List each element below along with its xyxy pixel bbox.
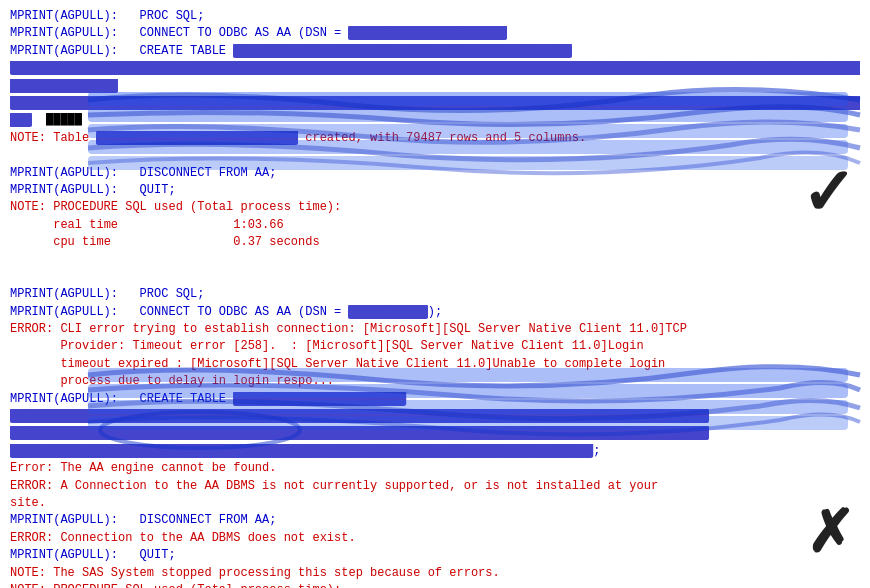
log-line-2: MPRINT(AGPULL): CONNECT TO ODBC AS AA (D… bbox=[10, 25, 860, 42]
log-line-32: NOTE: PROCEDURE SQL used (Total process … bbox=[10, 582, 860, 588]
log-line-21: MPRINT(AGPULL): CREATE TABLE ███████████… bbox=[10, 391, 860, 408]
log-line-31: NOTE: The SAS System stopped processing … bbox=[10, 565, 860, 582]
log-line-1: MPRINT(AGPULL): PROC SQL; bbox=[10, 8, 860, 25]
log-line-7 bbox=[10, 147, 860, 164]
log-line-27: site. bbox=[10, 495, 860, 512]
log-line-16: MPRINT(AGPULL): CONNECT TO ODBC AS AA (D… bbox=[10, 304, 860, 321]
log-line-13 bbox=[10, 251, 860, 268]
log-line-15: MPRINT(AGPULL): PROC SQL; bbox=[10, 286, 860, 303]
log-line-5: ████████████████████████████████████████… bbox=[10, 95, 860, 130]
log-line-3: MPRINT(AGPULL): CREATE TABLE ███████████… bbox=[10, 43, 860, 60]
log-line-30: MPRINT(AGPULL): QUIT; bbox=[10, 547, 860, 564]
log-area: MPRINT(AGPULL): PROC SQL; MPRINT(AGPULL)… bbox=[0, 0, 870, 588]
log-line-24: ████████████████████████████████████████… bbox=[10, 443, 860, 460]
log-line-18: Provider: Timeout error [258]. : [Micros… bbox=[10, 338, 860, 355]
log-line-6: NOTE: Table ████████████████████████████… bbox=[10, 130, 860, 147]
log-line-26: ERROR: A Connection to the AA DBMS is no… bbox=[10, 478, 860, 495]
log-line-19: timeout expired : [Microsoft][SQL Server… bbox=[10, 356, 860, 373]
log-line-29: ERROR: Connection to the AA DBMS does no… bbox=[10, 530, 860, 547]
log-line-10: NOTE: PROCEDURE SQL used (Total process … bbox=[10, 199, 860, 216]
log-line-9: MPRINT(AGPULL): QUIT; bbox=[10, 182, 860, 199]
log-line-28: MPRINT(AGPULL): DISCONNECT FROM AA; bbox=[10, 512, 860, 529]
log-line-8: MPRINT(AGPULL): DISCONNECT FROM AA; bbox=[10, 165, 860, 182]
log-line-22: ████████████████████████████████████████… bbox=[10, 408, 860, 425]
log-line-25: Error: The AA engine cannot be found. bbox=[10, 460, 860, 477]
log-line-4: ████████████████████████████████████████… bbox=[10, 60, 860, 95]
log-line-11: real time 1:03.66 bbox=[10, 217, 860, 234]
xmark-annotation: ✗ bbox=[806, 498, 855, 566]
log-line-23: ████████████████████████████████████████… bbox=[10, 425, 860, 442]
log-line-17: ERROR: CLI error trying to establish con… bbox=[10, 321, 860, 338]
log-line-14 bbox=[10, 269, 860, 286]
log-line-12: cpu time 0.37 seconds bbox=[10, 234, 860, 251]
checkmark-annotation: ✓ bbox=[801, 155, 855, 230]
log-line-20: process due to delay in login respo... bbox=[10, 373, 860, 390]
